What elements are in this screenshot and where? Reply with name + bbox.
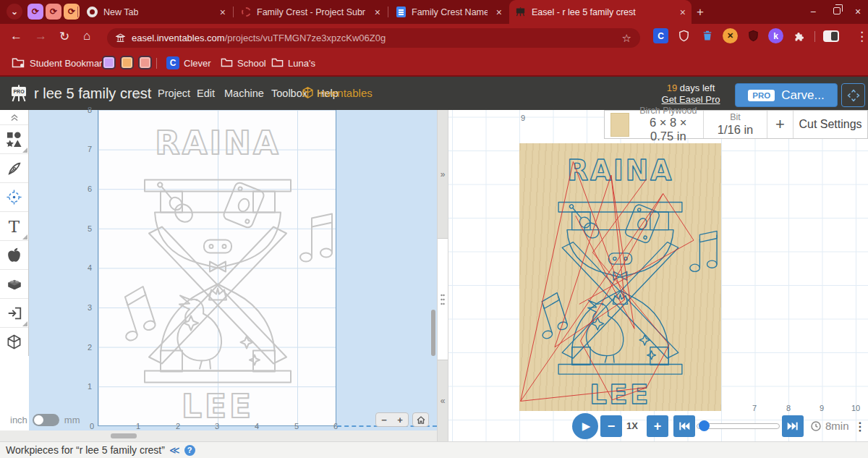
zoom-in-button[interactable]: + <box>397 415 403 425</box>
workpieces-statusbar[interactable]: Workpieces for “r lee 5 family crest” ≪ … <box>0 441 868 458</box>
bookmark-star-icon[interactable]: ☆ <box>622 32 631 45</box>
import-tool[interactable] <box>0 298 28 327</box>
speed-decrease-button[interactable]: − <box>600 415 622 437</box>
inventables-brand[interactable]: Inventables <box>302 86 373 99</box>
skip-to-start-button[interactable] <box>673 415 695 437</box>
site-info-icon[interactable] <box>116 33 125 43</box>
new-tab-button[interactable]: + <box>697 5 704 20</box>
clever-favicon[interactable]: C <box>166 56 179 69</box>
browser-navbar: ← → ↻ ⌂ easel.inventables.com/projects/v… <box>0 24 868 51</box>
toolbar-collapse-button[interactable] <box>0 110 28 124</box>
material-selector[interactable]: Birch Plywood 6 × 8 × 0.75 in <box>605 111 704 138</box>
canvas-horizontal-scrollbar[interactable] <box>0 431 437 441</box>
time-value: 8min <box>825 420 849 432</box>
close-icon[interactable]: × <box>220 7 226 18</box>
crest-design-outline[interactable] <box>98 110 337 426</box>
skip-to-end-button[interactable] <box>782 415 804 437</box>
profile-avatar[interactable] <box>823 30 839 42</box>
folder-icon[interactable] <box>221 58 233 67</box>
three-d-tool[interactable] <box>0 327 28 356</box>
workpiece-grid[interactable] <box>98 110 336 426</box>
trash-extension-icon[interactable] <box>699 28 715 43</box>
address-bar[interactable]: easel.inventables.com/projects/vuTFMGN7z… <box>107 28 640 48</box>
bookmark-favicon-purple[interactable] <box>102 56 116 69</box>
simulation-menu-icon[interactable]: ⋮ <box>854 420 866 433</box>
bit-selector[interactable]: Bit 1/16 in <box>704 111 767 138</box>
canvas-vertical-scrollbar[interactable] <box>431 110 436 431</box>
projects-brick-tool[interactable] <box>0 269 28 298</box>
window-minimize-button[interactable]: − <box>810 6 816 17</box>
shapes-tool[interactable] <box>0 124 28 153</box>
carve-button[interactable]: PRO Carve... <box>735 83 838 107</box>
back-button[interactable]: ← <box>10 29 22 43</box>
divider-drag-handle[interactable] <box>438 239 448 360</box>
home-button[interactable]: ⌂ <box>83 29 90 43</box>
close-icon[interactable]: × <box>375 7 380 18</box>
collapse-left-button[interactable]: « <box>438 360 448 441</box>
import-icon <box>7 305 22 321</box>
tab-nameplate-doc[interactable]: Family Crest Nameplate - Goo × <box>391 0 508 24</box>
favorite-star-icon[interactable]: ☆ <box>133 88 142 100</box>
close-icon[interactable]: × <box>496 7 502 18</box>
tab-group-expand-button[interactable]: ⌄ <box>7 4 22 20</box>
orange-extension-icon[interactable]: ✕ <box>723 28 738 43</box>
window-close-button[interactable]: × <box>855 6 861 17</box>
bookmark-clever[interactable]: Clever <box>184 58 211 69</box>
material-preview[interactable] <box>519 143 721 411</box>
bookmark-favicon-pink[interactable] <box>138 56 152 69</box>
bookmark-lunas[interactable]: Luna's <box>288 58 315 69</box>
skip-back-icon <box>678 421 690 431</box>
menu-edit[interactable]: Edit <box>197 88 215 99</box>
bookmark-student-bookmarks[interactable]: Student Bookmarks <box>30 58 111 69</box>
origin-target-tool[interactable] <box>0 182 28 211</box>
text-tool[interactable]: T <box>0 211 28 240</box>
tab-new-tab[interactable]: New Tab × <box>81 0 231 24</box>
managed-folder-icon[interactable] <box>12 57 25 68</box>
menu-project[interactable]: Project <box>158 88 190 99</box>
simulate-play-button[interactable]: ▶ <box>572 413 598 439</box>
units-toggle[interactable] <box>33 414 59 426</box>
zoom-home-button[interactable] <box>412 412 429 427</box>
get-easel-pro-link[interactable]: Get Easel Pro <box>662 94 720 105</box>
collapse-chevrons[interactable]: ≪ <box>169 444 180 456</box>
pro-badge: PRO <box>748 90 775 101</box>
folder-icon[interactable] <box>271 58 284 67</box>
ruler-label: 7 <box>88 145 92 153</box>
unit-mm-label: mm <box>64 415 80 425</box>
close-icon[interactable]: × <box>680 7 686 18</box>
chevron-down-icon: ⌄ <box>11 7 18 17</box>
slider-knob[interactable] <box>699 420 710 431</box>
jog-machine-button[interactable] <box>841 83 865 107</box>
kami-extension-icon[interactable]: k <box>768 28 783 43</box>
scrollbar-thumb[interactable] <box>111 433 137 438</box>
panel-divider[interactable]: » « <box>437 110 448 441</box>
bookmark-favicon-orange[interactable] <box>120 56 134 69</box>
expand-right-button[interactable]: » <box>438 110 448 239</box>
tab-group-pink[interactable]: ⟳ <box>46 4 61 20</box>
zoom-out-button[interactable]: − <box>381 415 387 425</box>
cut-settings-button[interactable]: Cut Settings <box>793 111 867 138</box>
easel-pro-logo[interactable]: PRO <box>9 84 29 103</box>
preview-ruler-label: 9 <box>521 114 525 122</box>
window-restore-button[interactable] <box>833 7 841 14</box>
tab-easel-active[interactable]: Easel - r lee 5 family crest × <box>509 0 692 24</box>
dark-shield-extension-icon[interactable] <box>746 28 761 43</box>
bookmark-school[interactable]: School <box>237 58 266 69</box>
browser-menu-icon[interactable]: ⋮ <box>856 29 868 44</box>
add-bit-button[interactable]: + <box>767 111 793 138</box>
scrollbar-thumb[interactable] <box>431 310 435 356</box>
menu-machine[interactable]: Machine <box>224 88 264 99</box>
design-library-tool[interactable] <box>0 240 28 269</box>
help-question-badge[interactable]: ? <box>184 445 195 456</box>
zoom-controls[interactable]: − + <box>375 412 409 427</box>
tab-group-purple[interactable]: ⟳ <box>27 4 43 20</box>
tab-project-submission[interactable]: Family Crest - Project Submiss × <box>236 0 386 24</box>
pen-tool[interactable] <box>0 153 28 182</box>
shield-extension-icon[interactable] <box>676 28 692 43</box>
reload-button[interactable]: ↻ <box>59 29 69 44</box>
extensions-puzzle-icon[interactable] <box>791 28 807 43</box>
material-swatch <box>610 113 629 137</box>
speed-increase-button[interactable]: + <box>647 415 668 437</box>
clever-extension-icon[interactable]: C <box>653 28 668 43</box>
forward-button[interactable]: → <box>35 29 47 43</box>
